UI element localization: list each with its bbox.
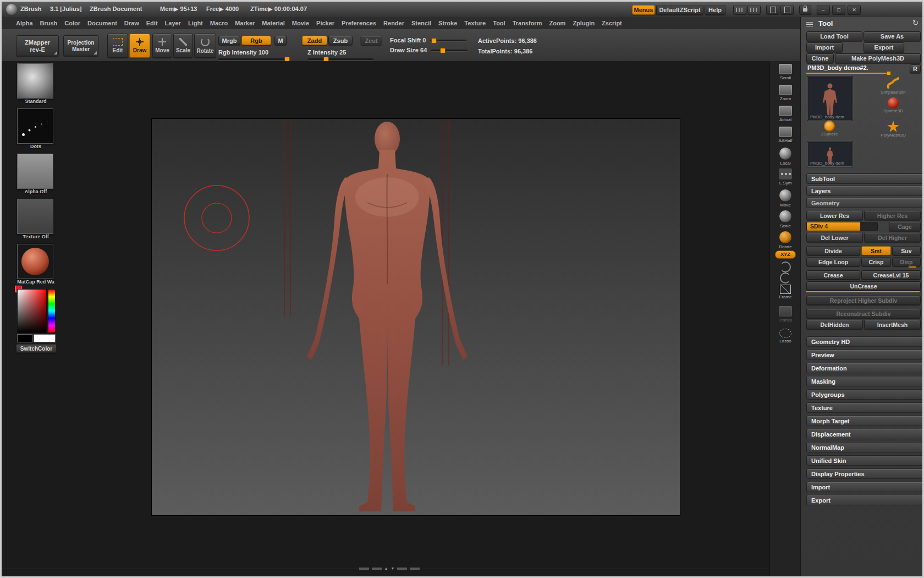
lower-res-button[interactable]: Lower Res: [806, 211, 863, 220]
strip-rotate-ccw[interactable]: [771, 272, 800, 283]
section-displacement[interactable]: Displacement: [806, 429, 924, 439]
section-unified-skin[interactable]: Unified Skin: [806, 455, 924, 466]
menu-tool[interactable]: Tool: [493, 20, 505, 26]
window-close-button[interactable]: ✕: [848, 5, 861, 14]
current-brush-thumb[interactable]: [17, 63, 53, 99]
menu-transform[interactable]: Transform: [513, 20, 542, 26]
section-layers[interactable]: Layers: [806, 186, 924, 196]
hue-strip[interactable]: [48, 289, 56, 333]
tool-item-simplebrush[interactable]: SimpleBrush: [871, 77, 915, 95]
section-polygroups[interactable]: Polygroups: [806, 389, 924, 400]
current-texture-thumb[interactable]: [17, 199, 53, 234]
mrgb-button[interactable]: Mrgb: [218, 36, 240, 45]
default-zscript-button[interactable]: DefaultZScript: [656, 5, 703, 15]
draw-size-slider[interactable]: Draw Size 64: [390, 47, 468, 53]
window-minimize-button[interactable]: –: [817, 5, 830, 14]
scroll-up-icon[interactable]: ▲: [384, 566, 388, 570]
strip-transp[interactable]: Transp: [771, 306, 800, 323]
edge-loop-button[interactable]: Edge Loop: [806, 257, 860, 266]
strip-scale[interactable]: Scale: [771, 210, 800, 228]
canvas-scroll-markers[interactable]: ▲ ▼: [343, 566, 436, 570]
edit-button[interactable]: Edit: [107, 34, 128, 58]
focal-shift-slider[interactable]: Focal Shift 0: [390, 37, 466, 43]
section-geometry[interactable]: Geometry: [806, 198, 924, 208]
strip-scroll[interactable]: Scroll: [771, 63, 800, 80]
lock-button[interactable]: [799, 5, 811, 14]
reproject-button[interactable]: Reproject Higher Subdiv: [806, 296, 921, 305]
disp-toggle[interactable]: Disp: [892, 257, 921, 266]
paste-doc-button[interactable]: [780, 5, 794, 14]
divider-left-button[interactable]: [733, 5, 746, 14]
disp-mini-slider[interactable]: [909, 266, 916, 268]
section-import[interactable]: Import: [806, 482, 924, 492]
del-hidden-button[interactable]: DelHidden: [806, 320, 863, 329]
current-alpha-thumb[interactable]: [17, 154, 53, 189]
strip-xyz[interactable]: XYZ: [771, 250, 800, 259]
copy-doc-button[interactable]: [766, 5, 779, 14]
tool-name-slider[interactable]: [806, 73, 889, 74]
tool-item-sphere3d[interactable]: Sphere3D: [871, 97, 915, 113]
current-material-thumb[interactable]: [17, 244, 53, 279]
window-maximize-button[interactable]: □: [832, 5, 845, 14]
menu-brush[interactable]: Brush: [40, 20, 58, 26]
tool-item-zsphere[interactable]: ZSphere: [807, 121, 851, 137]
strip-rotate[interactable]: Rotate: [771, 231, 800, 249]
zcut-button[interactable]: Zcut: [360, 36, 382, 45]
uncrease-button[interactable]: UnCrease: [806, 281, 921, 291]
import-tool-button[interactable]: Import: [806, 42, 843, 52]
menu-color[interactable]: Color: [64, 20, 80, 26]
menus-button[interactable]: Menus: [632, 5, 655, 15]
palette-refresh-icon[interactable]: ↻: [912, 19, 919, 27]
menu-edit[interactable]: Edit: [146, 20, 158, 26]
section-deformation[interactable]: Deformation: [806, 363, 924, 373]
suv-toggle[interactable]: Suv: [892, 246, 921, 255]
del-lower-button[interactable]: Del Lower: [806, 233, 863, 242]
section-export[interactable]: Export: [806, 495, 924, 505]
menu-alpha[interactable]: Alpha: [16, 20, 33, 26]
crease-button[interactable]: Crease: [806, 270, 860, 280]
menu-macro[interactable]: Macro: [210, 20, 228, 26]
smt-toggle[interactable]: Smt: [861, 246, 891, 255]
section-subtool[interactable]: SubTool: [806, 173, 924, 184]
rgb-intensity-slider[interactable]: Rgb Intensity 100: [218, 47, 289, 60]
divider-right-button[interactable]: [747, 5, 761, 14]
switch-color-button[interactable]: SwitchColor: [16, 344, 57, 353]
menu-zplugin[interactable]: Zplugin: [573, 20, 595, 26]
scroll-dash[interactable]: [397, 568, 407, 570]
color-picker[interactable]: [15, 288, 57, 341]
strip-aahalf[interactable]: AAHalf: [771, 126, 800, 143]
crisp-toggle[interactable]: Crisp: [861, 257, 891, 266]
make-polymesh3d-button[interactable]: Make PolyMesh3D: [835, 53, 921, 63]
m-button[interactable]: M: [274, 36, 287, 45]
strip-rotate-cw[interactable]: [771, 261, 800, 272]
scroll-dash[interactable]: [410, 568, 420, 570]
reconstruct-button[interactable]: Reconstruct Subdiv: [806, 309, 921, 318]
rename-button[interactable]: R: [910, 64, 921, 73]
menu-zoom[interactable]: Zoom: [549, 20, 565, 26]
menu-marker[interactable]: Marker: [235, 20, 255, 26]
saturation-value-square[interactable]: [17, 289, 47, 333]
del-higher-button[interactable]: Del Higher: [864, 233, 921, 242]
tool-name-field[interactable]: PM3D_body demo#2.: [807, 64, 868, 71]
section-normalmap[interactable]: NormalMap: [806, 442, 924, 452]
move-button[interactable]: Move: [152, 34, 172, 58]
rotate-button[interactable]: Rotate: [194, 34, 216, 58]
section-display-properties[interactable]: Display Properties: [806, 468, 924, 479]
strip-lsym[interactable]: L.Sym: [771, 168, 800, 186]
menu-picker[interactable]: Picker: [316, 20, 334, 26]
strip-move[interactable]: Move: [771, 189, 800, 208]
menu-light[interactable]: Light: [188, 20, 203, 26]
palette-menu-icon[interactable]: [806, 22, 813, 27]
projection-master-button[interactable]: Projection Master: [63, 35, 98, 56]
section-morph-target[interactable]: Morph Target: [806, 416, 924, 426]
divide-button[interactable]: Divide: [806, 246, 860, 255]
document-canvas[interactable]: [151, 118, 680, 516]
strip-local[interactable]: Local: [771, 147, 800, 166]
tool-name-slider-thumb[interactable]: [887, 71, 891, 75]
section-geometry-hd[interactable]: Geometry HD: [806, 336, 924, 347]
menu-render[interactable]: Render: [383, 20, 404, 26]
rgb-button[interactable]: Rgb: [241, 36, 271, 45]
menu-texture[interactable]: Texture: [464, 20, 486, 26]
section-preview[interactable]: Preview: [806, 350, 924, 360]
z-intensity-slider[interactable]: Z Intensity 25: [307, 47, 373, 60]
